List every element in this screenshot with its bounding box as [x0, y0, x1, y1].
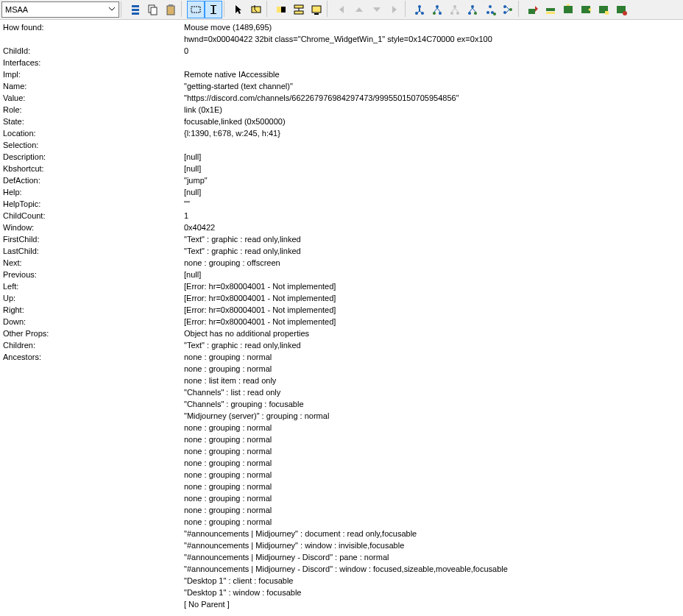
svg-point-23 [433, 12, 436, 15]
svg-point-36 [503, 11, 506, 14]
paste-icon[interactable] [162, 1, 180, 18]
property-label: Role: [3, 104, 184, 116]
property-row: Other Props:Object has no additional pro… [3, 328, 680, 339]
action1-icon[interactable] [524, 1, 542, 18]
ancestor-value: none : grouping : normal [3, 445, 680, 457]
property-row: Location:{l:1390, t:678, w:245, h:41} [3, 127, 680, 139]
svg-rect-41 [564, 6, 573, 13]
property-label: Children: [3, 339, 184, 351]
caret-icon[interactable] [205, 1, 222, 18]
ancestor-value: "Midjourney (server)" : grouping : norma… [3, 410, 680, 422]
nav-left-icon [333, 1, 350, 18]
property-row: Children:"Text" : graphic : read only,li… [3, 339, 680, 351]
mode-dropdown-label: MSAA [5, 5, 28, 14]
svg-rect-4 [151, 7, 157, 15]
property-value: "" [184, 198, 680, 210]
property-value: Object has no additional properties [184, 328, 680, 339]
tree-icon[interactable] [127, 1, 144, 18]
property-label: How found: [3, 21, 184, 33]
mode-dropdown[interactable]: MSAA [1, 1, 119, 18]
property-value: hwnd=0x00040422 32bit class="Chrome_Widg… [184, 33, 680, 45]
property-row: Interfaces: [3, 57, 680, 68]
svg-rect-0 [132, 5, 139, 7]
next-sibling-icon[interactable] [464, 1, 481, 18]
nav-right-icon [386, 1, 403, 18]
property-row: Ancestors:none : grouping : normal [3, 351, 680, 363]
ancestor-value: none : grouping : normal [3, 504, 680, 516]
svg-point-31 [489, 5, 492, 8]
first-child-icon[interactable] [428, 1, 446, 18]
svg-rect-5 [167, 6, 174, 15]
property-label: ChildCount: [3, 210, 184, 222]
svg-point-34 [493, 13, 496, 15]
svg-rect-11 [252, 7, 261, 13]
property-label: Selection: [3, 139, 184, 151]
action2-icon[interactable] [542, 1, 559, 18]
svg-rect-15 [294, 11, 303, 14]
property-value: [null] [184, 186, 680, 198]
property-row: Down:[Error: hr=0x80004001 - Not impleme… [3, 316, 680, 328]
separator [518, 1, 523, 17]
ancestor-value: none : grouping : normal [3, 422, 680, 433]
action6-icon[interactable] [612, 1, 630, 18]
ancestor-value: "#announcements | Midjourney" : window :… [3, 539, 680, 551]
last-child-icon[interactable] [481, 1, 499, 18]
property-row: LastChild:"Text" : graphic : read only,l… [3, 245, 680, 257]
property-label: Other Props: [3, 328, 184, 339]
action5-icon[interactable] [595, 1, 612, 18]
property-label: Impl: [3, 68, 184, 80]
ancestor-value: [ No Parent ] [3, 598, 680, 610]
property-value: {l:1390, t:678, w:245, h:41} [184, 127, 680, 139]
property-row: Impl:Remote native IAccessible [3, 68, 680, 80]
separator [181, 1, 185, 17]
property-row: Up:[Error: hr=0x80004001 - Not implement… [3, 292, 680, 304]
property-label: LastChild: [3, 245, 184, 257]
separator [327, 1, 331, 17]
property-row: Right:[Error: hr=0x80004001 - Not implem… [3, 304, 680, 316]
svg-rect-1 [132, 9, 139, 11]
action3-icon[interactable] [559, 1, 577, 18]
property-row: Next:none : grouping : offscreen [3, 257, 680, 269]
copy-icon[interactable] [144, 1, 162, 18]
svg-rect-17 [314, 13, 319, 15]
property-value: "Text" : graphic : read only,linked [184, 339, 680, 351]
property-row: Role:link (0x1E) [3, 104, 680, 116]
property-row: Help:[null] [3, 186, 680, 198]
nav-up-icon [350, 1, 368, 18]
property-row: Name:"getting-started (text channel)" [3, 80, 680, 92]
svg-rect-10 [210, 13, 216, 14]
rect-icon[interactable] [187, 1, 205, 18]
property-row: hwnd=0x00040422 32bit class="Chrome_Widg… [3, 33, 680, 45]
svg-point-32 [486, 11, 489, 14]
svg-point-25 [453, 5, 456, 8]
ancestor-value: none : grouping : normal [3, 457, 680, 469]
ancestor-value: none : grouping : normal [3, 481, 680, 492]
desktop-icon[interactable] [308, 1, 325, 18]
svg-point-29 [468, 12, 471, 15]
property-value: 0 [184, 45, 680, 57]
property-label: Up: [3, 292, 184, 304]
property-label: DefAction: [3, 174, 184, 186]
property-value: [null] [184, 151, 680, 163]
svg-rect-2 [132, 13, 139, 15]
property-value: [Error: hr=0x80004001 - Not implemented] [184, 316, 680, 328]
property-row: How found:Mouse move (1489,695) [3, 21, 680, 33]
focus-rect-icon[interactable] [247, 1, 265, 18]
parent-icon[interactable] [411, 1, 428, 18]
property-label: Previous: [3, 269, 184, 280]
collapse-icon[interactable] [290, 1, 308, 18]
ancestor-value: "Desktop 1" : window : focusable [3, 587, 680, 598]
action4-icon[interactable] [577, 1, 595, 18]
svg-rect-38 [528, 9, 535, 14]
property-value: "getting-started (text channel)" [184, 80, 680, 92]
property-label: Location: [3, 127, 184, 139]
property-value: [Error: hr=0x80004001 - Not implemented] [184, 304, 680, 316]
property-value: [null] [184, 269, 680, 280]
contrast-icon[interactable] [272, 1, 290, 18]
tree-alt-icon[interactable] [499, 1, 517, 18]
property-label: ChildId: [3, 45, 184, 57]
svg-point-24 [439, 12, 442, 15]
ancestor-value: none : grouping : normal [3, 516, 680, 528]
svg-point-37 [509, 8, 512, 11]
pointer-icon[interactable] [230, 1, 247, 18]
